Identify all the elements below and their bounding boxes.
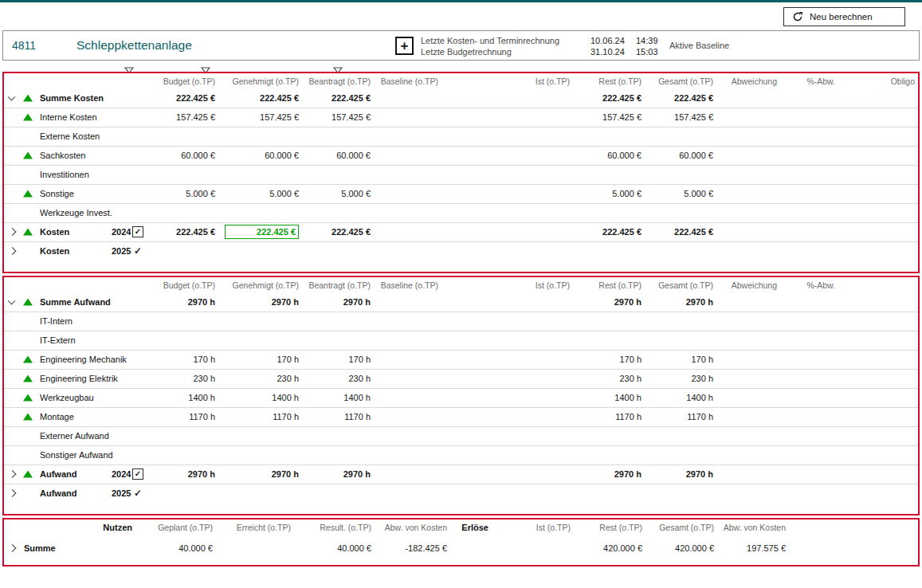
column-header[interactable]: Budget (o.TP): [151, 73, 218, 88]
table-row[interactable]: Aufwand2025✓: [4, 484, 918, 503]
value-cell: [780, 184, 838, 203]
table-row[interactable]: IT-Intern: [4, 312, 918, 331]
column-header[interactable]: Geplant (o.TP): [135, 519, 216, 535]
column-header[interactable]: Ist (o.TP): [492, 519, 574, 535]
spacer: [838, 277, 918, 292]
table-row[interactable]: IT-Extern: [4, 331, 918, 350]
status-up-icon: [23, 394, 33, 402]
row-label: Aufwand: [40, 488, 77, 498]
value-cell: [302, 165, 374, 184]
value-cell: [441, 292, 573, 312]
column-header[interactable]: [4, 277, 151, 292]
value-cell: [780, 407, 838, 426]
table-row[interactable]: Engineering Mechanik170 h170 h170 h170 h…: [4, 350, 918, 369]
last-budget-calc-label: Letzte Budgetrechnung: [421, 46, 559, 57]
value-cell: [573, 331, 645, 350]
spacer: [838, 292, 918, 312]
year-checkbox[interactable]: ✓: [132, 226, 143, 237]
row-year: 2024: [112, 227, 131, 237]
value-cell: 230 h: [573, 369, 645, 388]
column-header[interactable]: Gesamt (o.TP): [645, 73, 716, 88]
value-cell: 1400 h: [218, 388, 302, 407]
value-cell: 1170 h: [302, 407, 374, 426]
table-row[interactable]: Werkzeuge Invest.: [4, 203, 918, 222]
chevron-right-icon[interactable]: [9, 544, 17, 552]
column-header[interactable]: Rest (o.TP): [574, 519, 645, 535]
table-row[interactable]: Kosten2024✓222.425 €222.425 €222.425 €22…: [4, 222, 918, 241]
chevron-right-icon[interactable]: [9, 247, 17, 255]
column-header[interactable]: Rest (o.TP): [573, 73, 645, 88]
table-row[interactable]: Summe Aufwand2970 h2970 h2970 h2970 h297…: [4, 292, 918, 312]
column-header[interactable]: [4, 73, 151, 88]
value-cell: [218, 165, 302, 184]
row-label: Montage: [40, 412, 74, 421]
table-row[interactable]: Investitionen: [4, 165, 918, 184]
column-header[interactable]: Beantragt (o.TP): [302, 277, 374, 292]
chevron-right-icon[interactable]: [9, 228, 17, 236]
row-label-cell: Aufwand2025✓: [4, 484, 151, 503]
column-header[interactable]: Baseline (o.TP): [374, 73, 441, 88]
value-cell: [716, 445, 780, 465]
year-checkbox[interactable]: ✓: [132, 468, 143, 480]
value-cell: [302, 241, 374, 261]
table-row[interactable]: Interne Kosten157.425 €157.425 €157.425 …: [4, 108, 918, 127]
table-row[interactable]: Sonstige5.000 €5.000 €5.000 €5.000 €5.00…: [4, 184, 918, 203]
column-header[interactable]: Abweichung: [716, 73, 780, 88]
column-header[interactable]: Abw. von Kosten: [375, 519, 450, 535]
column-header[interactable]: Gesamt (o.TP): [645, 277, 716, 292]
value-cell: 40.000 €: [135, 535, 216, 561]
last-cost-calc-label: Letzte Kosten- und Terminrechnung: [421, 35, 559, 46]
column-header[interactable]: %-Abw.: [780, 277, 838, 292]
column-header[interactable]: Ist (o.TP): [441, 73, 573, 88]
table-row[interactable]: Sachkosten60.000 €60.000 €60.000 €60.000…: [4, 146, 918, 165]
table-row[interactable]: Sonstiger Aufwand: [4, 445, 918, 465]
column-header[interactable]: Ist (o.TP): [441, 277, 573, 292]
column-header[interactable]: Rest (o.TP): [573, 277, 645, 292]
page: Neu berechnen 4811 Schleppkettenanlage +…: [0, 0, 922, 588]
value-cell: 157.425 €: [302, 108, 374, 127]
last-budget-calc-date: 31.10.24: [590, 46, 636, 57]
header-row: Budget (o.TP)Genehmigt (o.TP)Beantragt (…: [4, 73, 918, 88]
table-row[interactable]: Montage1170 h1170 h1170 h1170 h1170 h: [4, 407, 918, 426]
table-row[interactable]: Engineering Elektrik230 h230 h230 h230 h…: [4, 369, 918, 388]
add-button[interactable]: +: [395, 37, 414, 55]
column-header[interactable]: Genehmigt (o.TP): [218, 277, 302, 292]
column-header[interactable]: Erreicht (o.TP): [216, 519, 294, 535]
column-header[interactable]: Result. (o.TP): [294, 519, 375, 535]
column-header[interactable]: Baseline (o.TP): [374, 277, 441, 292]
value-cell: 157.425 €: [645, 108, 716, 127]
chevron-down-icon[interactable]: [8, 296, 16, 304]
column-header[interactable]: Nutzen: [4, 519, 135, 535]
project-id: 4811: [12, 39, 36, 52]
effort-table: Budget (o.TP)Genehmigt (o.TP)Beantragt (…: [4, 277, 918, 503]
row-label: Werkzeugbau: [40, 393, 94, 402]
table-row[interactable]: Summe40.000 €40.000 €-182.425 €420.000 €…: [4, 535, 918, 561]
column-header[interactable]: Erlöse: [450, 519, 492, 535]
last-cost-calc-date: 10.06.24: [590, 35, 636, 46]
selected-cell[interactable]: 222.425 €: [218, 222, 302, 241]
value-cell: [838, 184, 918, 203]
value-cell: 222.425 €: [151, 222, 218, 241]
column-header[interactable]: Obligo: [838, 73, 918, 88]
table-row[interactable]: Werkzeugbau1400 h1400 h1400 h1400 h1400 …: [4, 388, 918, 407]
table-row[interactable]: Externer Aufwand: [4, 426, 918, 445]
column-header[interactable]: Abw. von Kosten: [717, 519, 789, 535]
column-header[interactable]: Budget (o.TP): [151, 277, 218, 292]
column-header[interactable]: Beantragt (o.TP): [302, 73, 374, 88]
recalculate-button[interactable]: Neu berechnen: [783, 7, 905, 26]
value-cell: [716, 146, 780, 165]
status-up-icon: [23, 229, 33, 236]
chevron-down-icon[interactable]: [8, 92, 16, 100]
table-row[interactable]: Kosten2025✓: [4, 241, 918, 261]
value-cell: [573, 312, 645, 331]
table-row[interactable]: Aufwand2024✓2970 h2970 h2970 h2970 h2970…: [4, 465, 918, 484]
table-row[interactable]: Summe Kosten222.425 €222.425 €222.425 €2…: [4, 88, 918, 108]
value-cell: [302, 203, 374, 222]
chevron-right-icon[interactable]: [9, 489, 17, 497]
column-header[interactable]: %-Abw.: [780, 73, 838, 88]
chevron-right-icon[interactable]: [9, 470, 17, 478]
column-header[interactable]: Genehmigt (o.TP): [218, 73, 302, 88]
column-header[interactable]: Abweichung: [716, 277, 780, 292]
column-header[interactable]: Gesamt (o.TP): [645, 519, 717, 535]
table-row[interactable]: Externe Kosten: [4, 127, 918, 146]
